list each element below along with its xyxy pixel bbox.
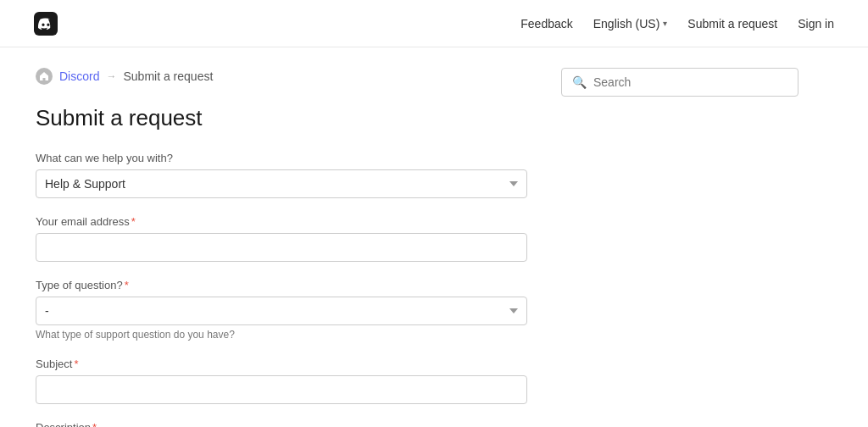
breadcrumb-current: Submit a request — [123, 69, 213, 83]
search-icon: 🔍 — [572, 75, 587, 89]
home-icon — [36, 68, 53, 85]
description-required-mark: * — [92, 421, 97, 427]
subject-label: Subject* — [36, 358, 527, 370]
home-icon-svg — [39, 71, 49, 81]
search-input[interactable] — [593, 75, 787, 89]
question-type-select[interactable]: - Account App Crash Connection Issues Ot… — [36, 297, 527, 325]
email-input[interactable] — [36, 233, 527, 262]
breadcrumb-arrow: → — [106, 70, 116, 82]
left-content: Discord → Submit a request Submit a requ… — [36, 68, 527, 427]
submit-request-form: What can we help you with? Help & Suppor… — [36, 152, 527, 427]
question-type-required-mark: * — [125, 279, 129, 291]
description-group: Description* — [36, 421, 527, 427]
main-container: Discord → Submit a request Submit a requ… — [2, 47, 866, 427]
email-group: Your email address* — [36, 215, 527, 262]
search-box: 🔍 — [561, 68, 798, 97]
feedback-link[interactable]: Feedback — [520, 17, 572, 30]
language-selector[interactable]: English (US) ▾ — [593, 17, 668, 30]
right-content: 🔍 — [561, 68, 798, 427]
help-type-select[interactable]: Help & Support Trust & Safety Billing Ot… — [36, 169, 527, 198]
header-nav: Feedback English (US) ▾ Submit a request… — [520, 17, 834, 30]
logo — [34, 12, 58, 36]
subject-required-mark: * — [74, 358, 78, 370]
sign-in-link[interactable]: Sign in — [798, 17, 834, 30]
chevron-down-icon: ▾ — [663, 19, 667, 28]
email-label: Your email address* — [36, 215, 527, 228]
question-type-label: Type of question?* — [36, 279, 527, 291]
question-type-group: Type of question?* - Account App Crash C… — [36, 279, 527, 341]
header: Feedback English (US) ▾ Submit a request… — [0, 0, 868, 47]
email-required-mark: * — [131, 215, 136, 228]
help-type-group: What can we help you with? Help & Suppor… — [36, 152, 527, 198]
page-title: Submit a request — [36, 105, 527, 131]
description-label: Description* — [36, 421, 527, 427]
submit-request-link[interactable]: Submit a request — [687, 17, 777, 30]
question-type-hint: What type of support question do you hav… — [36, 329, 527, 341]
subject-input[interactable] — [36, 375, 527, 404]
breadcrumb: Discord → Submit a request — [36, 68, 527, 85]
help-type-label: What can we help you with? — [36, 152, 527, 164]
discord-logo-icon — [34, 12, 58, 36]
subject-group: Subject* — [36, 358, 527, 404]
breadcrumb-discord-link[interactable]: Discord — [59, 69, 99, 83]
